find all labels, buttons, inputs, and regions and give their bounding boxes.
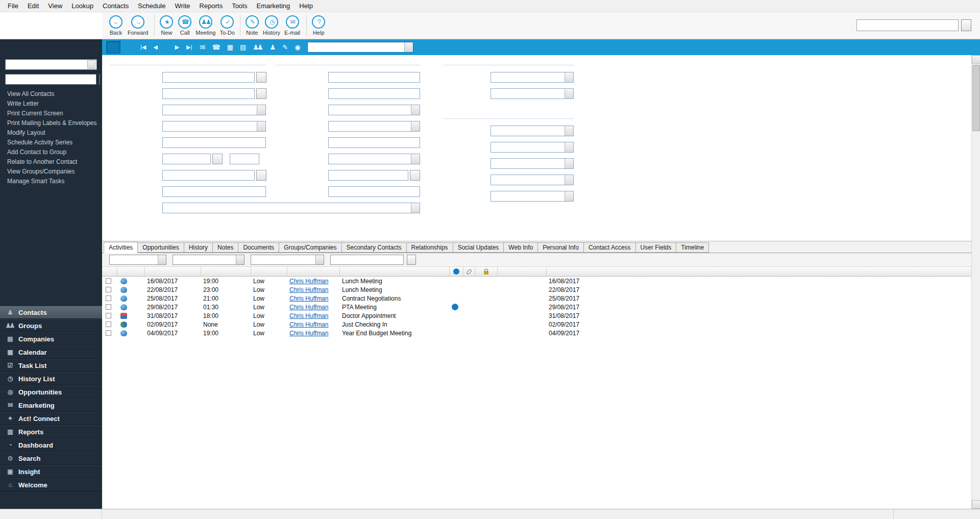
dropdown-caret-icon[interactable] bbox=[236, 255, 244, 264]
col-details[interactable] bbox=[450, 267, 463, 276]
nav-act-connect[interactable]: ✦ Act! Connect bbox=[0, 412, 102, 425]
nav-search[interactable]: ⊙ Search bbox=[0, 452, 102, 465]
tab[interactable]: History bbox=[184, 242, 213, 253]
row-checkbox[interactable] bbox=[106, 278, 111, 284]
scheduled-with-link[interactable]: Chris Huffman bbox=[289, 321, 328, 328]
print-icon[interactable]: ▤ bbox=[237, 43, 248, 51]
todo-button[interactable]: ✓ To-Do bbox=[219, 15, 234, 36]
dates-filter-select[interactable] bbox=[109, 255, 166, 265]
contact-field-select[interactable] bbox=[5, 59, 97, 70]
email-button[interactable]: ✉ E-mail bbox=[284, 15, 301, 36]
dropdown-caret-icon[interactable] bbox=[257, 105, 265, 115]
tab[interactable]: Documents bbox=[238, 242, 279, 253]
phone-browse-button[interactable] bbox=[212, 154, 223, 164]
tab[interactable]: Secondary Contacts bbox=[342, 242, 407, 253]
related-task-link[interactable]: Write Letter bbox=[5, 99, 97, 109]
col-edit-date[interactable] bbox=[547, 267, 980, 276]
address2-input[interactable] bbox=[328, 88, 420, 99]
row-checkbox[interactable] bbox=[106, 330, 111, 336]
detail-view-button[interactable] bbox=[106, 41, 120, 54]
edit-layout-icon[interactable]: ✎ bbox=[279, 43, 289, 51]
website-input[interactable] bbox=[328, 186, 420, 197]
email-input[interactable] bbox=[162, 186, 266, 197]
last-record-button[interactable]: ▶| bbox=[184, 44, 194, 51]
row-checkbox[interactable] bbox=[106, 313, 111, 318]
dropdown-caret-icon[interactable] bbox=[87, 60, 95, 69]
related-task-link[interactable]: Relate to Another Contact bbox=[5, 157, 97, 167]
scroll-up-icon[interactable] bbox=[972, 55, 980, 64]
new-button[interactable]: ★ New bbox=[160, 15, 174, 36]
dropdown-caret-icon[interactable] bbox=[411, 203, 420, 213]
related-task-link[interactable]: Schedule Activity Series bbox=[5, 138, 97, 147]
tab[interactable]: Timeline bbox=[676, 242, 709, 253]
write-email-icon[interactable]: ✉ bbox=[197, 43, 207, 51]
map-pin-icon[interactable]: ◉ bbox=[291, 43, 302, 51]
related-task-link[interactable]: Modify Layout bbox=[5, 128, 97, 138]
dropdown-caret-icon[interactable] bbox=[315, 255, 324, 264]
last-results-select[interactable] bbox=[162, 203, 420, 213]
nav-reports[interactable]: ▥ Reports bbox=[0, 425, 102, 438]
row-checkbox[interactable] bbox=[106, 322, 111, 327]
scroll-down-icon[interactable] bbox=[972, 500, 980, 509]
dropdown-caret-icon[interactable] bbox=[257, 121, 265, 131]
col-scheduled-with[interactable] bbox=[287, 267, 340, 276]
latest-email-select[interactable] bbox=[491, 126, 574, 136]
address1-input[interactable] bbox=[328, 72, 420, 83]
nav-calendar[interactable]: ▦ Calendar bbox=[0, 345, 102, 359]
tab[interactable]: Personal Info bbox=[538, 242, 584, 253]
activity-row[interactable]: 16/08/2017 19:00 Low Chris Huffman Lunch… bbox=[102, 277, 980, 285]
first-record-button[interactable]: |◀ bbox=[138, 44, 149, 51]
id-status-select[interactable] bbox=[491, 72, 574, 83]
nav-contacts[interactable]: ♟ Contacts bbox=[0, 306, 102, 319]
nav-opportunities[interactable]: ◎ Opportunities bbox=[0, 385, 102, 399]
menu-item[interactable]: Lookup bbox=[67, 0, 98, 12]
nav-welcome[interactable]: ⌂ Welcome bbox=[0, 478, 102, 491]
meeting-button[interactable]: ♟♟ Meeting bbox=[195, 15, 215, 36]
nav-task-list[interactable]: ☑ Task List bbox=[0, 359, 102, 372]
tab[interactable]: Contact Access bbox=[584, 242, 636, 253]
tab[interactable]: Social Updates bbox=[453, 242, 504, 253]
col-associate-with[interactable] bbox=[498, 267, 547, 276]
menu-item[interactable]: Write bbox=[170, 0, 195, 12]
contact-browse-button[interactable] bbox=[256, 72, 266, 83]
contact-input[interactable] bbox=[162, 72, 255, 83]
menu-item[interactable]: File bbox=[3, 0, 23, 12]
company-browse-button[interactable] bbox=[256, 88, 266, 99]
department-select[interactable] bbox=[162, 121, 266, 132]
activity-row[interactable]: 04/09/2017 19:00 Low Chris Huffman Year … bbox=[102, 329, 980, 337]
next-record-button[interactable]: ▶ bbox=[173, 44, 182, 51]
latest-meeting-select[interactable] bbox=[491, 175, 574, 185]
nav-groups[interactable]: ♟♟ Groups bbox=[0, 319, 102, 332]
nav-emarketing[interactable]: ✉ Emarketing bbox=[0, 399, 102, 412]
call-attempt-select[interactable] bbox=[491, 142, 574, 153]
col-priority[interactable] bbox=[251, 267, 287, 276]
keyword-input[interactable] bbox=[330, 255, 404, 265]
mobile-browse-button[interactable] bbox=[256, 170, 266, 181]
help-button[interactable]: ? Help bbox=[312, 15, 326, 36]
phone-input[interactable] bbox=[162, 154, 211, 164]
previous-record-button[interactable]: ◀ bbox=[151, 44, 160, 51]
tab[interactable]: User Fields bbox=[636, 242, 677, 253]
mobile-input[interactable] bbox=[162, 170, 255, 181]
dropdown-caret-icon[interactable] bbox=[565, 191, 573, 201]
tab[interactable]: Notes bbox=[213, 242, 238, 253]
row-checkbox[interactable] bbox=[106, 287, 111, 292]
menu-item[interactable]: Schedule bbox=[133, 0, 170, 12]
menu-item[interactable]: Contacts bbox=[98, 0, 133, 12]
dropdown-caret-icon[interactable] bbox=[565, 126, 573, 136]
back-button[interactable]: ← Back bbox=[109, 15, 124, 36]
details-info-icon[interactable] bbox=[452, 304, 458, 310]
col-regarding[interactable] bbox=[340, 267, 450, 276]
list-view-button[interactable] bbox=[122, 41, 136, 54]
related-task-link[interactable]: Print Mailing Labels & Envelopes bbox=[5, 118, 97, 128]
title-select[interactable] bbox=[162, 105, 266, 115]
history-button[interactable]: ◷ History bbox=[263, 15, 280, 36]
scheduled-with-link[interactable]: Chris Huffman bbox=[289, 312, 328, 319]
schedule-icon[interactable]: ▦ bbox=[224, 43, 235, 51]
state-select[interactable] bbox=[328, 121, 420, 132]
related-task-link[interactable]: Print Current Screen bbox=[5, 109, 97, 118]
dropdown-caret-icon[interactable] bbox=[411, 121, 420, 131]
call-button[interactable]: ☎ Call bbox=[178, 15, 191, 36]
forward-button[interactable]: → Forward bbox=[128, 15, 149, 36]
search-input[interactable] bbox=[856, 19, 959, 31]
